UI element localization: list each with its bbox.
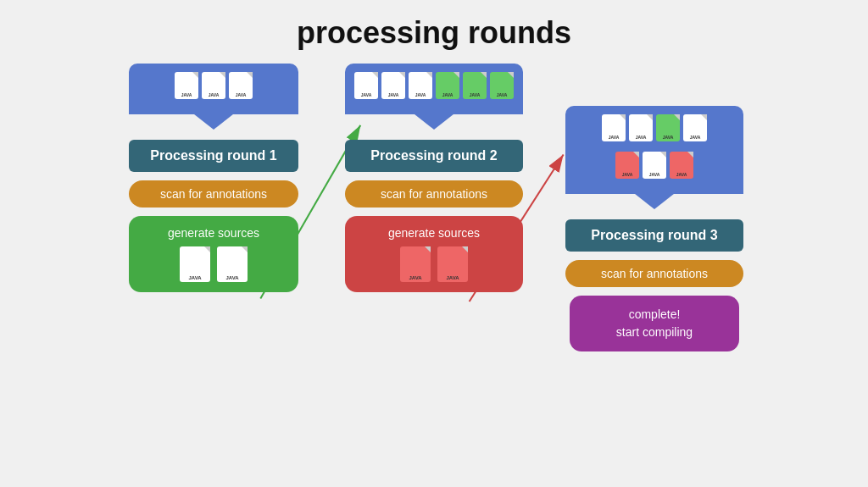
round2-column: JAVA JAVA JAVA JAVA JAVA JAVA Processing… [337, 64, 531, 292]
round1-file-banner: JAVA JAVA JAVA [129, 64, 298, 114]
round2-file-4: JAVA [436, 72, 459, 99]
round3-complete: complete! start compiling [570, 296, 739, 351]
round1-file-3: JAVA [229, 72, 253, 99]
round2-file-1: JAVA [354, 72, 378, 99]
round3-file-7: JAVA [670, 152, 693, 179]
round1-column: JAVA JAVA JAVA Processing round 1 scan f… [116, 64, 311, 292]
round1-gen-file-1: JAVA [180, 246, 210, 282]
round2-gen-file-2: JAVA [437, 246, 468, 282]
round2-file-6: JAVA [490, 72, 514, 99]
round1-generate-files: JAVA JAVA [180, 246, 248, 282]
round1-generate-label: generate sources [168, 226, 259, 240]
complete-line2: start compiling [581, 324, 727, 341]
round1-label: Processing round 1 [129, 140, 298, 172]
round3-file-1: JAVA [602, 114, 626, 141]
round2-gen-file-1: JAVA [400, 246, 431, 282]
round2-annotation: scan for annotations [345, 180, 523, 208]
complete-line1: complete! [581, 306, 727, 324]
round3-file-4: JAVA [683, 114, 707, 141]
round2-generate-files: JAVA JAVA [400, 246, 468, 282]
round3-file-5: JAVA [615, 152, 639, 179]
round1-annotation: scan for annotations [129, 180, 298, 208]
round2-generate: generate sources JAVA JAVA [345, 216, 523, 292]
round3-label: Processing round 3 [565, 219, 743, 252]
round3-column: JAVA JAVA JAVA JAVA JAVA JAVA JAVA Proce… [557, 106, 752, 351]
round2-label: Processing round 2 [345, 140, 523, 172]
diagram-area: JAVA JAVA JAVA Processing round 1 scan f… [0, 64, 868, 351]
round3-annotation: scan for annotations [565, 260, 743, 287]
page-title: processing rounds [297, 15, 571, 51]
round3-file-6: JAVA [643, 152, 666, 179]
round3-file-2: JAVA [629, 114, 653, 141]
round2-file-5: JAVA [463, 72, 487, 99]
round3-file-banner: JAVA JAVA JAVA JAVA JAVA JAVA JAVA [565, 106, 743, 194]
round1-file-2: JAVA [202, 72, 225, 99]
round1-file-1: JAVA [175, 72, 198, 99]
round1-gen-file-2: JAVA [217, 246, 248, 282]
round2-file-3: JAVA [409, 72, 432, 99]
round2-file-2: JAVA [381, 72, 405, 99]
round2-generate-label: generate sources [388, 226, 480, 240]
round3-file-3: JAVA [656, 114, 680, 141]
round1-generate: generate sources JAVA JAVA [129, 216, 298, 292]
round2-file-banner: JAVA JAVA JAVA JAVA JAVA JAVA [345, 64, 523, 114]
